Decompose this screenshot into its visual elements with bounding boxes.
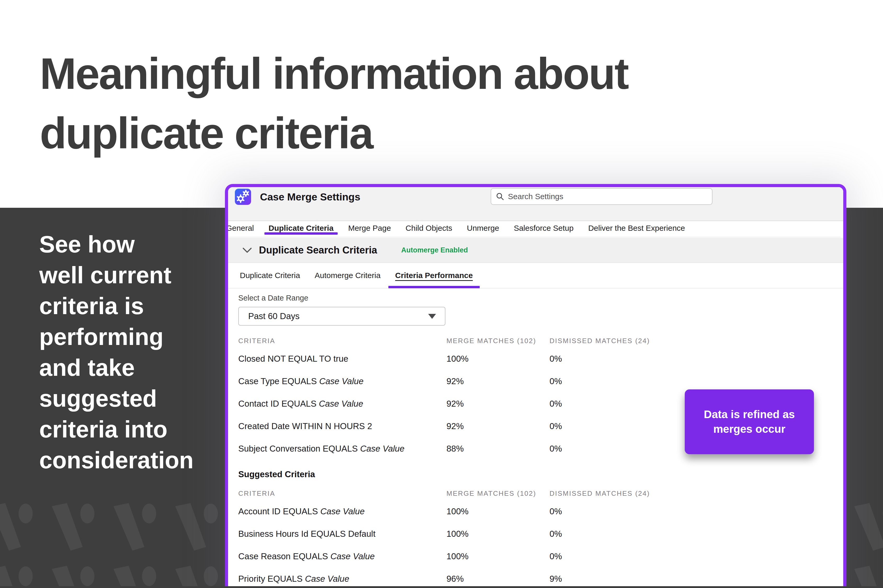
v-glyph-icon	[175, 566, 219, 588]
v-glyph-icon	[854, 503, 883, 550]
app-title: Case Merge Settings	[260, 187, 360, 207]
subtab-automerge-criteria[interactable]: Automerge Criteria	[314, 271, 381, 280]
col-dismissed-matches: DISMISSED MATCHES (24)	[549, 337, 832, 345]
table-row: Priority EQUALS Case Value 96% 9%	[238, 568, 832, 588]
date-range-dropdown[interactable]: Past 60 Days	[238, 307, 445, 326]
slide-description: See how well current criteria is perform…	[39, 229, 194, 476]
v-glyph-icon	[0, 503, 34, 550]
tab-unmerge[interactable]: Unmerge	[466, 222, 499, 237]
col-dismissed-matches: DISMISSED MATCHES (24)	[549, 489, 832, 498]
duplicate-search-criteria-section: Duplicate Search Criteria Automerge Enab…	[228, 238, 843, 263]
slide-title: Meaningful information about duplicate c…	[40, 44, 628, 163]
criteria-subtab-bar: Duplicate Criteria Automerge Criteria Cr…	[228, 263, 843, 288]
chevron-down-icon[interactable]	[243, 248, 251, 253]
bottom-edge-strip	[0, 586, 883, 588]
col-merge-matches: MERGE MATCHES (102)	[447, 337, 549, 345]
tab-duplicate-criteria[interactable]: Duplicate Criteria	[268, 222, 334, 237]
case-merge-settings-window: Case Merge Settings General Duplicate Cr…	[225, 184, 846, 588]
suggested-criteria-title: Suggested Criteria	[238, 470, 315, 479]
v-glyph-icon	[51, 566, 96, 588]
v-glyph-icon	[113, 503, 158, 550]
slide-title-line: Meaningful information about	[40, 44, 628, 104]
suggested-table-header: CRITERIA MERGE MATCHES (102) DISMISSED M…	[238, 489, 832, 498]
tab-salesforce-setup[interactable]: Salesforce Setup	[513, 222, 574, 237]
col-merge-matches: MERGE MATCHES (102)	[447, 489, 549, 498]
section-title: Duplicate Search Criteria	[259, 244, 377, 256]
search-settings-box[interactable]	[491, 188, 713, 205]
settings-gears-icon	[235, 189, 251, 205]
v-glyph-icon	[0, 566, 34, 588]
dropdown-caret-icon	[428, 314, 436, 319]
subtab-criteria-performance[interactable]: Criteria Performance	[395, 271, 473, 280]
v-glyph-icon	[51, 503, 96, 550]
col-criteria: CRITERIA	[238, 337, 447, 345]
app-header: Case Merge Settings	[228, 187, 843, 221]
table-row: Closed NOT EQUAL TO true 100% 0%	[238, 348, 832, 370]
v-glyph-icon	[113, 566, 158, 588]
tab-deliver-best-experience[interactable]: Deliver the Best Experience	[588, 222, 686, 237]
main-tab-bar: General Duplicate Criteria Merge Page Ch…	[226, 222, 841, 237]
automerge-status-badge: Automerge Enabled	[401, 246, 468, 254]
v-glyph-icon	[854, 566, 883, 588]
subtab-duplicate-criteria[interactable]: Duplicate Criteria	[240, 271, 300, 280]
tab-merge-page[interactable]: Merge Page	[347, 222, 391, 237]
criteria-table-header: CRITERIA MERGE MATCHES (102) DISMISSED M…	[238, 337, 832, 345]
callout-annotation: Data is refined as merges occur	[685, 389, 814, 454]
tab-general[interactable]: General	[226, 222, 254, 237]
table-row: Account ID EQUALS Case Value 100% 0%	[238, 500, 832, 523]
tab-child-objects[interactable]: Child Objects	[405, 222, 453, 237]
slide-title-line: duplicate criteria	[40, 104, 628, 163]
date-range-value: Past 60 Days	[248, 311, 299, 321]
table-row: Case Reason EQUALS Case Value 100% 0%	[238, 545, 832, 568]
date-range-label: Select a Date Range	[238, 294, 308, 302]
col-criteria: CRITERIA	[238, 489, 447, 498]
v-glyph-icon	[175, 503, 219, 550]
search-icon	[496, 192, 504, 201]
search-input[interactable]	[508, 192, 701, 201]
table-row: Business Hours Id EQUALS Default 100% 0%	[238, 523, 832, 545]
